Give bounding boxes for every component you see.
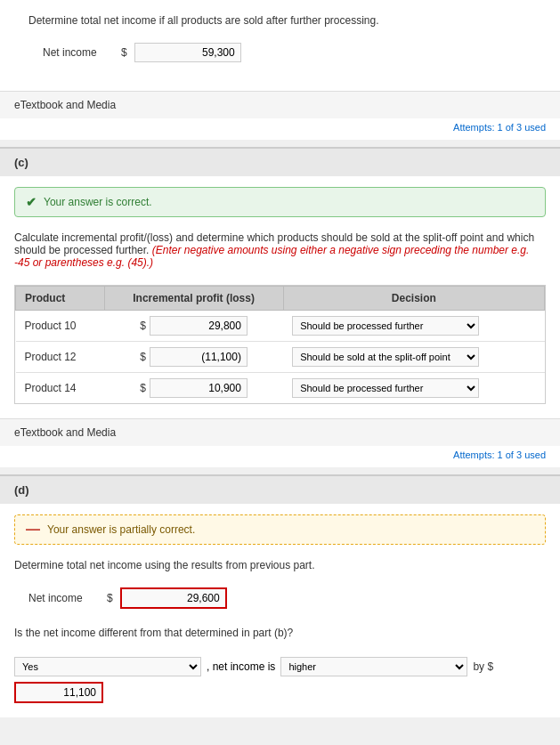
question-row: Yes No , net income is higher lower by $	[0, 648, 560, 717]
dollar-sign: $	[121, 46, 127, 59]
product-value-input-2[interactable]	[150, 378, 248, 398]
part-d-net-income-row: Net income $	[0, 580, 560, 623]
product-decision-cell-2: Should be processed furtherShould be sol…	[283, 373, 544, 404]
incremental-table-container: Product Incremental profit (loss) Decisi…	[14, 285, 546, 404]
partial-banner-text: Your answer is partially correct.	[47, 523, 195, 536]
part-c-section: (c) ✔ Your answer is correct. Calculate …	[0, 147, 560, 467]
part-c-header: (c)	[0, 147, 560, 176]
table-row: Product 10 $ Should be processed further…	[16, 311, 545, 342]
product-value-cell-2: $	[104, 373, 283, 404]
product-decision-cell-1: Should be processed furtherShould be sol…	[283, 342, 544, 373]
product-value-input-0[interactable]	[150, 316, 248, 336]
check-icon: ✔	[26, 195, 37, 209]
top-section-content: Determine total net income if all produc…	[0, 0, 560, 91]
part-d-header: (d)	[0, 474, 560, 504]
product-decision-cell-0: Should be processed furtherShould be sol…	[283, 311, 544, 342]
col-product: Product	[16, 287, 105, 311]
part-d-dollar-sign: $	[107, 592, 113, 604]
table-row: Product 12 $ Should be processed further…	[16, 342, 545, 373]
top-description: Determine total net income if all produc…	[14, 11, 546, 36]
net-income-label: Net income	[43, 46, 114, 59]
decision-select-2[interactable]: Should be processed furtherShould be sol…	[292, 378, 479, 398]
decision-select-1[interactable]: Should be processed furtherShould be sol…	[292, 347, 479, 367]
decision-select-0[interactable]: Should be processed furtherShould be sol…	[292, 316, 479, 336]
correct-banner: ✔ Your answer is correct.	[14, 187, 546, 217]
product-name-2: Product 14	[16, 373, 105, 404]
correct-banner-text: Your answer is correct.	[44, 196, 152, 208]
td-dollar-1: $	[140, 351, 146, 363]
net-income-row: Net income $	[14, 36, 546, 77]
yes-no-select[interactable]: Yes No	[14, 657, 201, 676]
etextbook-label-c: eTextbook and Media	[0, 418, 560, 446]
top-section: Determine total net income if all produc…	[0, 0, 560, 140]
etextbook-label-top: eTextbook and Media	[0, 91, 560, 118]
part-d-section: (d) — Your answer is partially correct. …	[0, 474, 560, 717]
net-income-is-label: , net income is	[207, 660, 275, 673]
dash-icon: —	[26, 522, 40, 537]
partial-banner: — Your answer is partially correct.	[14, 514, 546, 545]
product-name-0: Product 10	[16, 311, 105, 342]
by-dollar-label: by $	[473, 660, 493, 673]
difference-input[interactable]	[14, 682, 103, 703]
table-header-row: Product Incremental profit (loss) Decisi…	[16, 287, 545, 311]
part-d-description: Determine total net income using the res…	[0, 555, 560, 580]
table-row: Product 14 $ Should be processed further…	[16, 373, 545, 404]
part-d-net-income-label: Net income	[28, 592, 100, 604]
product-value-cell-1: $	[104, 342, 283, 373]
attempts-c: Attempts: 1 of 3 used	[0, 446, 560, 467]
td-dollar-2: $	[140, 382, 146, 394]
product-value-input-1[interactable]	[150, 347, 248, 367]
net-income-input[interactable]	[134, 43, 241, 62]
td-dollar-0: $	[140, 320, 146, 332]
product-name-1: Product 12	[16, 342, 105, 373]
higher-lower-select[interactable]: higher lower	[280, 657, 467, 676]
part-d-net-income-input[interactable]	[120, 587, 227, 609]
col-incremental-profit: Incremental profit (loss)	[104, 287, 283, 311]
attempts-top: Attempts: 1 of 3 used	[0, 118, 560, 140]
col-decision: Decision	[283, 287, 544, 311]
part-d-question: Is the net income different from that de…	[0, 623, 560, 648]
part-c-description: Calculate incremental profit/(loss) and …	[0, 228, 560, 278]
product-value-cell-0: $	[104, 311, 283, 342]
incremental-table: Product Incremental profit (loss) Decisi…	[15, 286, 545, 403]
